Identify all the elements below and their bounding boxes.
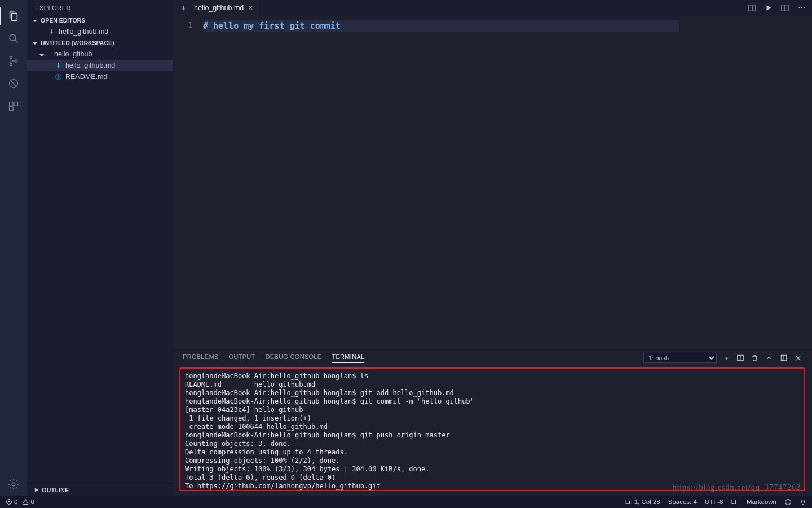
file-row[interactable]: ⓘ README.md [27,71,173,82]
status-errors[interactable]: 0 [6,498,17,505]
status-spaces[interactable]: Spaces: 4 [668,498,697,505]
panel-tabs: PROBLEMS OUTPUT DEBUG CONSOLE TERMINAL 1… [173,351,812,365]
split-terminal-icon[interactable] [736,354,744,362]
debug-icon[interactable] [0,72,27,95]
status-encoding[interactable]: UTF-8 [705,498,723,505]
chevron-up-icon[interactable] [765,354,773,362]
run-icon[interactable] [765,4,773,12]
file-row[interactable]: ⬇ hello_github.md [27,60,173,71]
markdown-file-icon: ⬇ [179,4,187,12]
tab-output[interactable]: OUTPUT [229,353,255,362]
activity-bar [0,0,27,496]
editor-area: ⬇ hello_github.md × 1 [173,0,812,496]
status-position[interactable]: Ln 1, Col 28 [625,498,660,505]
line-gutter: 1 [173,16,201,350]
svg-rect-7 [10,107,14,111]
tab-terminal[interactable]: TERMINAL [332,353,364,363]
maximize-panel-icon[interactable] [780,354,788,362]
folder-row[interactable]: hello_github [27,49,173,60]
svg-rect-5 [10,102,14,106]
close-panel-icon[interactable] [795,354,802,362]
terminal-output[interactable]: honglandeMacBook-Air:hello_github hongla… [179,367,805,491]
outline-header[interactable]: OUTLINE [27,483,173,496]
close-icon[interactable]: × [247,3,254,12]
split-editor-icon[interactable] [780,3,789,12]
svg-point-12 [801,7,802,8]
status-eol[interactable]: LF [731,498,739,505]
extensions-icon[interactable] [0,95,27,117]
info-file-icon: ⓘ [54,73,62,81]
terminal-select[interactable]: 1: bash [643,353,717,363]
open-editor-label: hello_github.md [59,28,108,36]
settings-gear-icon[interactable] [0,473,27,496]
svg-point-0 [10,34,16,41]
editor-tab[interactable]: ⬇ hello_github.md × [173,0,260,16]
new-terminal-icon[interactable]: ＋ [723,354,730,362]
explorer-icon[interactable] [0,5,27,27]
folder-label: hello_github [54,50,92,58]
editor-body[interactable]: 1 # hello my first git commit [173,16,812,350]
tab-label: hello_github.md [194,4,244,12]
bottom-panel: PROBLEMS OUTPUT DEBUG CONSOLE TERMINAL 1… [173,350,812,496]
watermark: https://blog.csdn.net/qq_37747262 [673,483,801,492]
svg-rect-6 [14,102,18,106]
more-icon[interactable] [797,3,806,12]
markdown-file-icon: ⬇ [47,28,55,36]
svg-point-3 [15,60,17,62]
feedback-icon[interactable] [784,498,792,506]
kill-terminal-icon[interactable] [751,354,758,362]
code-content[interactable]: # hello my first git commit [201,16,812,350]
code-line: # hello my first git commit [203,21,341,31]
svg-point-2 [10,63,12,65]
svg-point-13 [804,7,805,8]
file-label: hello_github.md [65,62,115,69]
tab-problems[interactable]: PROBLEMS [183,353,219,362]
explorer-sidebar: EXPLORER OPEN EDITORS ⬇ hello_github.md … [27,0,173,496]
svg-point-17 [785,499,791,505]
open-editor-item[interactable]: ⬇ hello_github.md [27,26,173,37]
svg-point-8 [12,483,15,486]
markdown-file-icon: ⬇ [54,62,62,69]
tab-bar: ⬇ hello_github.md × [173,0,812,16]
open-editors-header[interactable]: OPEN EDITORS [27,15,173,26]
workspace-header[interactable]: UNTITLED (WORKSPACE) [27,37,173,49]
tab-debug-console[interactable]: DEBUG CONSOLE [266,353,322,362]
status-warnings[interactable]: 0 [22,498,34,505]
status-language[interactable]: Markdown [747,498,776,505]
status-bar: 0 0 Ln 1, Col 28 Spaces: 4 UTF-8 LF Mark… [0,496,812,508]
svg-point-1 [10,56,12,59]
file-label: README.md [65,73,107,81]
notifications-icon[interactable] [800,498,806,506]
svg-point-11 [798,7,800,8]
source-control-icon[interactable] [0,50,27,72]
sidebar-title: EXPLORER [27,0,173,15]
search-icon[interactable] [0,27,27,50]
split-preview-icon[interactable] [748,3,757,12]
